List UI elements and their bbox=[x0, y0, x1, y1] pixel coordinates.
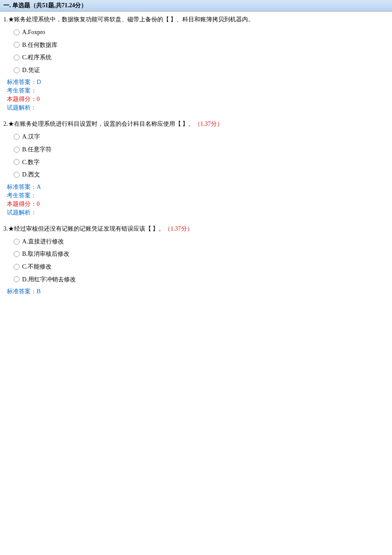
student-answer-label: 考生答案： bbox=[7, 192, 37, 199]
analysis: 试题解析： bbox=[3, 104, 389, 112]
standard-answer: 标准答案：B bbox=[3, 288, 389, 295]
option-row[interactable]: A.汉字 bbox=[14, 133, 389, 141]
options-list: A.Foxpro B.任何数据库 C.程序系统 D.凭证 bbox=[3, 28, 389, 74]
standard-answer-value: B bbox=[37, 288, 40, 295]
option-row[interactable]: D.西文 bbox=[14, 171, 389, 179]
score: 本题得分：0 bbox=[3, 95, 389, 103]
option-row[interactable]: C.程序系统 bbox=[14, 53, 389, 62]
star-icon: ★ bbox=[8, 121, 14, 127]
standard-answer-value: D bbox=[37, 79, 41, 85]
options-list: A.直接进行修改 B.取消审核后修改 C.不能修改 D.用红字冲销去修改 bbox=[3, 237, 389, 283]
standard-answer-label: 标准答案： bbox=[7, 184, 37, 190]
radio-icon[interactable] bbox=[14, 251, 20, 257]
question-body: 账务处理系统中，数据恢复功能可将软盘、磁带上备份的【 】、科目和账簿拷贝到机器内… bbox=[14, 16, 254, 23]
section-title: 一. 单选题（共51题,共71.24分） bbox=[3, 2, 87, 9]
analysis-label: 试题解析： bbox=[7, 209, 37, 216]
radio-icon[interactable] bbox=[14, 55, 20, 61]
radio-icon[interactable] bbox=[14, 159, 20, 165]
radio-icon[interactable] bbox=[14, 67, 20, 73]
score-value: 0 bbox=[37, 96, 40, 102]
score-label: 本题得分： bbox=[7, 201, 37, 207]
question-number: 3. bbox=[3, 225, 8, 232]
option-row[interactable]: B.任何数据库 bbox=[14, 41, 389, 49]
radio-icon[interactable] bbox=[14, 264, 20, 270]
question-number: 2. bbox=[3, 121, 8, 127]
question-number: 1. bbox=[3, 16, 8, 23]
standard-answer-value: A bbox=[37, 184, 41, 190]
question-body: 在账务处理系统进行科目设置时，设置的会计科目名称应使用【 】。 bbox=[14, 121, 195, 127]
option-label: A.直接进行修改 bbox=[22, 237, 64, 246]
option-row[interactable]: C.数字 bbox=[14, 158, 389, 167]
radio-icon[interactable] bbox=[14, 29, 20, 35]
option-label: D.凭证 bbox=[22, 66, 40, 75]
student-answer: 考生答案： bbox=[3, 87, 389, 95]
option-label: B.任意字符 bbox=[22, 145, 52, 154]
question-points: （1.37分） bbox=[194, 121, 223, 127]
question-block: 3.★经过审核但还没有记账的记账凭证发现有错误应该【 】。（1.37分） A.直… bbox=[0, 221, 392, 300]
question-block: 1.★账务处理系统中，数据恢复功能可将软盘、磁带上备份的【 】、科目和账簿拷贝到… bbox=[0, 12, 392, 116]
score-label: 本题得分： bbox=[7, 96, 37, 102]
radio-icon[interactable] bbox=[14, 239, 20, 245]
option-label: C.不能修改 bbox=[22, 263, 52, 271]
standard-answer-label: 标准答案： bbox=[7, 288, 37, 295]
option-label: A.汉字 bbox=[22, 133, 40, 141]
student-answer-label: 考生答案： bbox=[7, 87, 37, 94]
option-row[interactable]: D.凭证 bbox=[14, 66, 389, 75]
section-header: 一. 单选题（共51题,共71.24分） bbox=[0, 0, 392, 12]
question-points: （1.37分） bbox=[164, 225, 193, 232]
option-label: D.西文 bbox=[22, 171, 40, 179]
option-row[interactable]: B.任意字符 bbox=[14, 145, 389, 154]
option-row[interactable]: D.用红字冲销去修改 bbox=[14, 275, 389, 284]
option-label: C.程序系统 bbox=[22, 53, 52, 62]
option-label: D.用红字冲销去修改 bbox=[22, 275, 76, 284]
score-value: 0 bbox=[37, 201, 40, 207]
radio-icon[interactable] bbox=[14, 134, 20, 140]
option-label: B.取消审核后修改 bbox=[22, 250, 69, 258]
radio-icon[interactable] bbox=[14, 276, 20, 282]
question-text: 1.★账务处理系统中，数据恢复功能可将软盘、磁带上备份的【 】、科目和账簿拷贝到… bbox=[3, 15, 389, 24]
option-label: A.Foxpro bbox=[22, 28, 45, 37]
radio-icon[interactable] bbox=[14, 147, 20, 153]
radio-icon[interactable] bbox=[14, 42, 20, 48]
question-text: 2.★在账务处理系统进行科目设置时，设置的会计科目名称应使用【 】。（1.37分… bbox=[3, 119, 389, 128]
option-row[interactable]: A.直接进行修改 bbox=[14, 237, 389, 246]
analysis-label: 试题解析： bbox=[7, 104, 37, 111]
question-text: 3.★经过审核但还没有记账的记账凭证发现有错误应该【 】。（1.37分） bbox=[3, 224, 389, 233]
option-label: C.数字 bbox=[22, 158, 40, 167]
score: 本题得分：0 bbox=[3, 200, 389, 208]
standard-answer: 标准答案：A bbox=[3, 183, 389, 191]
option-row[interactable]: C.不能修改 bbox=[14, 263, 389, 271]
star-icon: ★ bbox=[8, 225, 14, 232]
radio-icon[interactable] bbox=[14, 172, 20, 178]
question-body: 经过审核但还没有记账的记账凭证发现有错误应该【 】。 bbox=[14, 225, 165, 232]
options-list: A.汉字 B.任意字符 C.数字 D.西文 bbox=[3, 133, 389, 179]
standard-answer-label: 标准答案： bbox=[7, 79, 37, 85]
star-icon: ★ bbox=[8, 16, 14, 23]
option-row[interactable]: B.取消审核后修改 bbox=[14, 250, 389, 258]
student-answer: 考生答案： bbox=[3, 192, 389, 199]
option-label: B.任何数据库 bbox=[22, 41, 58, 49]
question-block: 2.★在账务处理系统进行科目设置时，设置的会计科目名称应使用【 】。（1.37分… bbox=[0, 116, 392, 220]
standard-answer: 标准答案：D bbox=[3, 78, 389, 86]
analysis: 试题解析： bbox=[3, 209, 389, 217]
option-row[interactable]: A.Foxpro bbox=[14, 28, 389, 37]
